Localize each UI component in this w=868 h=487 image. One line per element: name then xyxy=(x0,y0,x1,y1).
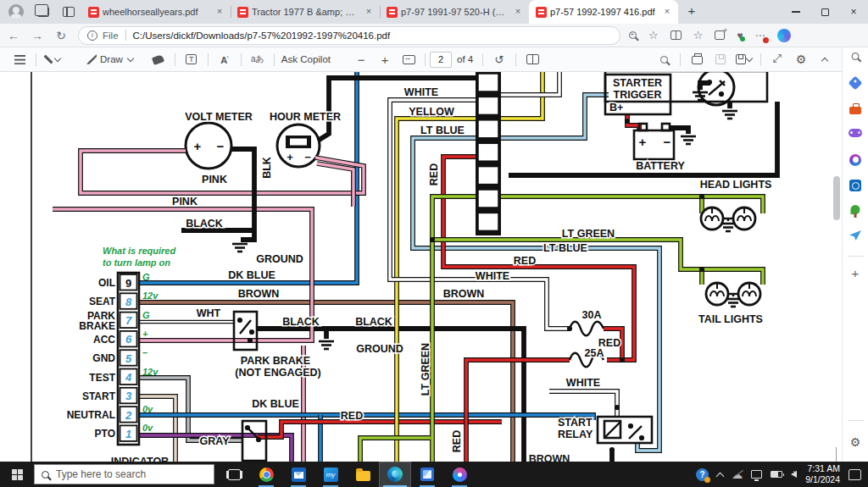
new-tab-button[interactable]: + xyxy=(682,2,702,22)
taskbar-myq-icon[interactable]: my xyxy=(314,462,347,487)
action-center-icon[interactable] xyxy=(849,469,861,480)
table-of-contents-button[interactable] xyxy=(10,50,29,69)
svg-text:HEAD LIGHTS: HEAD LIGHTS xyxy=(700,179,772,191)
tab-wheelhorseallyears[interactable]: wheelhorseallyears.pdf × xyxy=(81,0,231,24)
taskbar-edge-icon[interactable] xyxy=(379,462,411,487)
sidebar-drop-icon[interactable] xyxy=(849,230,861,241)
svg-text:6: 6 xyxy=(125,333,132,346)
copilot-icon[interactable] xyxy=(777,29,791,42)
add-text-button[interactable]: T xyxy=(182,50,201,69)
tray-volume-muted-icon[interactable] xyxy=(791,471,797,478)
svg-text:INDICATOR: INDICATOR xyxy=(111,456,169,462)
hide-toolbar-button[interactable] xyxy=(815,50,834,69)
close-icon[interactable]: × xyxy=(661,6,673,18)
erase-button[interactable] xyxy=(149,50,168,69)
svg-text:STARTER: STARTER xyxy=(613,77,662,89)
save-as-button[interactable] xyxy=(735,50,754,69)
svg-text:NEUTRAL: NEUTRAL xyxy=(67,409,115,421)
profile-avatar[interactable] xyxy=(8,4,24,19)
collections-icon[interactable] xyxy=(715,30,725,40)
save-button[interactable] xyxy=(711,50,730,69)
favorite-star-icon[interactable]: ☆ xyxy=(648,29,659,42)
sidebar-add-icon[interactable]: + xyxy=(852,266,860,280)
svg-text:BLACK: BLACK xyxy=(355,316,392,328)
svg-text:+: + xyxy=(194,139,202,153)
tab-groups-icon[interactable] xyxy=(37,7,49,17)
zoom-in-button[interactable]: + xyxy=(376,50,394,69)
pdf-settings-gear-icon[interactable]: ⚙ xyxy=(792,50,810,69)
tray-battery-icon[interactable] xyxy=(771,471,782,478)
taskbar-mail-icon[interactable] xyxy=(282,462,314,487)
scrollbar-thumb[interactable] xyxy=(833,176,840,220)
edge-sidebar: + ⚙ xyxy=(842,47,868,462)
tray-onedrive-icon[interactable]: ☁ xyxy=(732,468,743,481)
tray-display-icon[interactable] xyxy=(751,470,762,479)
zoom-out-button[interactable]: − xyxy=(352,50,370,69)
page-number-input[interactable] xyxy=(430,52,452,68)
scrollbar-down-arrow[interactable] xyxy=(834,447,838,462)
browser-essentials-icon[interactable]: ♥ xyxy=(737,30,743,42)
svg-text:SEAT: SEAT xyxy=(89,296,116,307)
close-window-button[interactable]: × xyxy=(839,0,868,24)
close-icon[interactable]: × xyxy=(363,6,375,18)
svg-text:−: − xyxy=(304,151,311,163)
tab-tractor-1977[interactable]: Tractor 1977 B &amp; C-Series O × xyxy=(231,0,380,24)
ask-copilot-button[interactable]: Ask Copilot xyxy=(281,50,331,69)
svg-text:START: START xyxy=(558,417,593,429)
start-button[interactable] xyxy=(0,462,34,487)
tab-p7-97[interactable]: p7-97 1991-97 520-H (2).pdf × xyxy=(380,0,529,24)
favorites-bar-icon[interactable]: ☆ xyxy=(693,29,704,42)
highlight-button[interactable] xyxy=(43,50,62,69)
taskbar-file-explorer-icon[interactable] xyxy=(347,462,379,487)
rotate-button[interactable]: ↻ xyxy=(490,50,509,69)
tray-help-icon[interactable]: ? xyxy=(696,468,709,481)
tab-label: p7-97 1991-97 520-H (2).pdf xyxy=(401,7,509,17)
page-view-button[interactable] xyxy=(523,50,542,69)
tab-p7-57-active[interactable]: p7-57 1992-1997 416.pdf × xyxy=(529,0,678,24)
restore-button[interactable] xyxy=(810,0,839,24)
svg-text:to turn lamp on: to turn lamp on xyxy=(103,257,170,268)
refresh-button[interactable]: ↻ xyxy=(51,26,71,45)
sidebar-games-icon[interactable] xyxy=(849,129,862,137)
info-icon[interactable]: i xyxy=(87,30,97,41)
draw-button[interactable]: Draw xyxy=(86,50,135,69)
zoom-icon[interactable] xyxy=(629,31,637,39)
read-aloud-button[interactable]: Aᵎ xyxy=(215,50,234,69)
svg-text:HOUR METER: HOUR METER xyxy=(270,111,341,123)
svg-text:LT BLUE: LT BLUE xyxy=(420,125,465,136)
sidebar-shopping-icon[interactable] xyxy=(850,78,860,88)
taskbar-photos-icon[interactable] xyxy=(411,462,443,487)
tray-clock[interactable]: 7:31 AM 9/1/2024 xyxy=(805,463,840,485)
svg-text:0v: 0v xyxy=(142,423,153,433)
sidebar-tools-icon[interactable] xyxy=(849,103,861,114)
print-button[interactable] xyxy=(687,50,706,69)
fit-to-width-button[interactable] xyxy=(399,50,418,69)
fullscreen-button[interactable] xyxy=(768,50,787,69)
close-icon[interactable]: × xyxy=(214,6,225,18)
back-button[interactable]: ← xyxy=(3,26,24,45)
split-screen-icon[interactable] xyxy=(670,30,682,40)
svg-text:+: + xyxy=(142,329,148,339)
tray-show-hidden-icons[interactable] xyxy=(716,472,725,480)
task-view-button[interactable] xyxy=(218,462,250,487)
sidebar-m365-icon[interactable] xyxy=(849,154,861,166)
pdf-file-icon xyxy=(88,7,99,18)
taskbar-chrome-icon[interactable] xyxy=(250,462,282,487)
svg-text:RED: RED xyxy=(451,430,463,452)
sidebar-outlook-icon[interactable] xyxy=(849,180,861,191)
svg-text:–: – xyxy=(142,347,147,357)
svg-text:TEST: TEST xyxy=(89,372,115,384)
sidebar-plant-icon[interactable] xyxy=(851,205,860,214)
settings-menu-icon[interactable]: ⋯ xyxy=(754,30,765,42)
taskbar-paint3d-icon[interactable] xyxy=(443,462,476,487)
vertical-tabs-icon[interactable] xyxy=(63,7,75,17)
forward-button[interactable]: → xyxy=(27,26,47,45)
taskbar-search-box[interactable]: Type here to search xyxy=(34,464,214,484)
close-icon[interactable]: × xyxy=(512,6,524,18)
search-document-button[interactable] xyxy=(654,50,673,69)
sidebar-settings-gear-icon[interactable]: ⚙ xyxy=(850,435,861,449)
address-bar[interactable]: i File C:/Users/dickf/Downloads/p7-57%20… xyxy=(78,26,620,45)
minimize-button[interactable] xyxy=(782,0,810,24)
translate-button[interactable]: aあ xyxy=(248,50,267,69)
sidebar-search-icon[interactable] xyxy=(852,53,860,60)
